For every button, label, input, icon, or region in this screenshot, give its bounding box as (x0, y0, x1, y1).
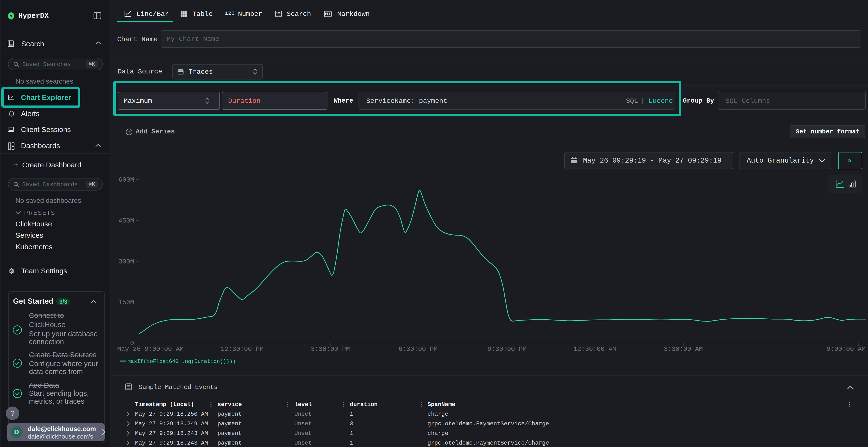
svg-text:6:30:00 PM: 6:30:00 PM (399, 346, 438, 353)
svg-text:12:30:00 AM: 12:30:00 AM (574, 346, 616, 353)
svg-text:450M: 450M (118, 217, 134, 225)
svg-text:May 26 9:00:00 AM: May 26 9:00:00 AM (117, 346, 184, 353)
svg-text:9:00:00 AM: 9:00:00 AM (827, 346, 866, 353)
svg-text:3:30:00 PM: 3:30:00 PM (311, 346, 350, 353)
svg-text:150M: 150M (118, 299, 134, 306)
svg-text:9:30:00 PM: 9:30:00 PM (488, 346, 527, 353)
svg-text:12:30:00 PM: 12:30:00 PM (221, 346, 264, 353)
svg-text:300M: 300M (118, 258, 134, 265)
svg-text:600M: 600M (118, 176, 134, 183)
svg-text:3:30:00 AM: 3:30:00 AM (664, 346, 703, 353)
